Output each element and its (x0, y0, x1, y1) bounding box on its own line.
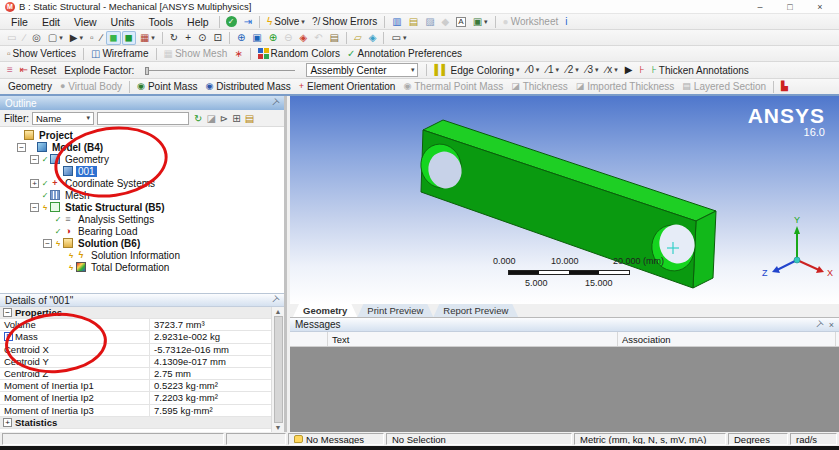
tree-item-analysis-settings[interactable]: ✓≡Analysis Settings (0, 213, 284, 225)
new-chart-icon[interactable]: ▤ (406, 15, 421, 29)
edge-direction-0-icon[interactable]: ∕0▾ (523, 63, 542, 77)
details-row-value[interactable]: 7.595 kg·mm² (150, 405, 271, 416)
explode-view-icon[interactable]: ≡ (4, 63, 16, 77)
menu-edit[interactable]: Edit (35, 16, 67, 28)
close-icon[interactable]: × (829, 320, 834, 330)
info-icon[interactable]: i (562, 15, 570, 29)
tree-expander[interactable]: − (43, 239, 52, 248)
tree-expander[interactable]: − (30, 155, 39, 164)
scrollbar-thumb[interactable] (274, 316, 283, 423)
annotation-preferences-button[interactable]: ✓Annotation Preferences (344, 47, 465, 61)
extend-selection-icon[interactable]: ▦▾ (137, 31, 158, 45)
iso-view-icon[interactable]: ◈ (297, 31, 311, 45)
graphics-viewport[interactable]: ANSYS 16.0 0.000 10.000 20.000 (mm) 5.00… (290, 96, 839, 304)
tree-item-project[interactable]: Project (0, 129, 284, 141)
zoom-in-icon[interactable]: ⊕ (234, 31, 248, 45)
context-element-orientation[interactable]: +Element Orientation (295, 81, 400, 92)
explode-factor-slider[interactable] (145, 66, 295, 75)
orientation-triad[interactable]: Y X Z (757, 214, 839, 286)
rotate-icon[interactable]: ↻ (167, 31, 181, 45)
scroll-up-icon[interactable]: ▲ (275, 308, 282, 315)
restore-button[interactable]: □ (784, 2, 796, 12)
group-expander[interactable]: − (3, 308, 12, 317)
scroll-down-icon[interactable]: ▼ (275, 424, 282, 431)
minimize-button[interactable]: – (754, 2, 766, 12)
tree-item-static-structural-b5[interactable]: −ϟStatic Structural (B5) (0, 201, 284, 213)
filter-options-icon[interactable]: ⊳ (220, 113, 228, 124)
annotation-icon[interactable]: A (453, 15, 468, 29)
tab-geometry[interactable]: Geometry (293, 304, 357, 317)
pin-icon[interactable]: ⊤ (269, 97, 282, 110)
selection-info-icon[interactable]: ▱ (351, 31, 365, 45)
details-group-properties[interactable]: −Properties (0, 307, 271, 319)
tab-report-preview[interactable]: Report Preview (433, 304, 518, 317)
box-zoom-icon[interactable]: ⊡ (210, 31, 224, 45)
details-row-value[interactable]: 4.1309e-017 mm (150, 356, 271, 367)
coordinates-icon[interactable]: ◎ (29, 31, 44, 45)
filter-input[interactable] (97, 112, 189, 125)
annotation-scale-icon[interactable]: ⊦ (636, 63, 647, 77)
refresh-tree-icon[interactable]: ↻ (194, 113, 202, 124)
edge-direction-3-icon[interactable]: ∕3▾ (583, 63, 602, 77)
details-row-value[interactable]: 3723.7 mm³ (150, 319, 271, 330)
collapse-environment-icon[interactable]: ▤ (245, 113, 254, 124)
details-row-value[interactable]: 2.75 mm (150, 368, 271, 379)
details-scrollbar[interactable]: ▲ ▼ (271, 307, 284, 432)
tree-item-mesh[interactable]: ✓Mesh (0, 189, 284, 201)
direction-arrow-icon[interactable]: ▶ (622, 63, 636, 77)
tree-item-model-b4[interactable]: −Model (B4) (0, 141, 284, 153)
wireframe-button[interactable]: ◫Wireframe (88, 47, 152, 61)
commands-button[interactable]: ▙ (777, 82, 792, 91)
edge-direction-2-icon[interactable]: ∕2▾ (563, 63, 582, 77)
tree-item-coordinate-systems[interactable]: +✓+Coordinate Systems (0, 177, 284, 189)
thicken-annotations-button[interactable]: ⊦Thicken Annotations (649, 63, 752, 77)
menu-units[interactable]: Units (104, 16, 142, 28)
menu-tools[interactable]: Tools (142, 16, 181, 28)
manage-views-icon[interactable]: ▤ (327, 31, 342, 45)
random-colors-button[interactable]: Random Colors (255, 47, 343, 61)
zoom-fit-icon[interactable]: ⊕ (266, 31, 280, 45)
part-right-face[interactable] (693, 211, 716, 288)
pin-icon[interactable]: ⊤ (813, 318, 826, 331)
expand-all-icon[interactable]: ⊞ (232, 113, 240, 124)
tree-expander[interactable]: − (17, 143, 26, 152)
parameter-checkbox[interactable]: P (4, 332, 13, 341)
new-figure-icon[interactable]: ▨ (422, 15, 437, 29)
image-to-file-icon[interactable]: ▣▾ (470, 15, 491, 29)
zoom-100-icon[interactable]: ▣ (249, 31, 264, 45)
details-group-statistics[interactable]: +Statistics (0, 417, 271, 429)
show-errors-button[interactable]: ?/Show Errors (309, 15, 380, 29)
edge-coloring-button[interactable]: ▌▌Edge Coloring▾ (431, 63, 522, 77)
tree-item-001[interactable]: 001 (0, 165, 284, 177)
select-type-icon[interactable]: ▢▾ (45, 31, 66, 45)
solve-button[interactable]: ϟSolve▾ (264, 15, 308, 29)
tag-icon[interactable]: ◈ (366, 31, 380, 45)
pan-icon[interactable]: + (182, 31, 194, 45)
show-vertices-button[interactable]: ▫Show Vertices (4, 47, 79, 61)
edge-filter-icon[interactable]: ∕ (98, 31, 106, 45)
details-row-value[interactable]: 7.2203 kg·mm² (150, 392, 271, 403)
reset-button[interactable]: ⇤Reset (17, 63, 60, 77)
vertex-filter-icon[interactable]: ▫ (87, 31, 97, 45)
tree-item-bearing-load[interactable]: ✓◑Bearing Load (0, 225, 284, 237)
tree-item-solution-information[interactable]: ϟϟSolution Information (0, 249, 284, 261)
tab-print-preview[interactable]: Print Preview (357, 304, 433, 317)
context-distributed-mass[interactable]: ◉Distributed Mass (201, 81, 294, 92)
graphics-options-icon[interactable]: ∗ (231, 47, 245, 61)
zoom-icon[interactable]: ⊙ (195, 31, 209, 45)
menu-file[interactable]: File (4, 16, 35, 28)
tree-expander[interactable]: − (30, 203, 39, 212)
tree-item-geometry[interactable]: −✓Geometry (0, 153, 284, 165)
viewports-icon[interactable]: ▭▾ (388, 31, 409, 45)
tree-item-total-deformation[interactable]: ϟTotal Deformation (0, 261, 284, 273)
edge-direction-1-icon[interactable]: ∕1▾ (543, 63, 562, 77)
context-geometry[interactable]: Geometry (4, 81, 56, 92)
messages-body[interactable] (290, 347, 839, 432)
close-button[interactable]: × (814, 2, 826, 12)
pin-icon[interactable]: ⊤ (269, 294, 282, 307)
menu-view[interactable]: View (67, 16, 104, 28)
insert-next-icon[interactable]: ⇥ (241, 15, 255, 29)
accept-icon[interactable]: ✓ (223, 15, 240, 29)
new-section-plane-icon[interactable]: ▥ (389, 15, 404, 29)
filter-type-select[interactable]: Name ▾ (32, 112, 94, 125)
